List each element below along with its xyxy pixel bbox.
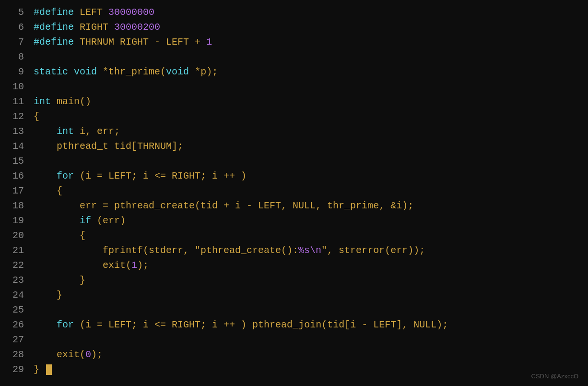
code-line-12: 12 { <box>0 109 588 124</box>
line-number: 5 <box>10 5 24 20</box>
line-number: 20 <box>10 228 24 243</box>
line-number: 7 <box>10 35 24 49</box>
code-content <box>34 302 39 317</box>
code-line-17: 17 { <box>0 183 588 198</box>
code-line-5: 5 #define LEFT 30000000 <box>0 5 588 20</box>
code-content: pthread_t tid[THRNUM]; <box>34 139 183 154</box>
code-line-6: 6 #define RIGHT 30000200 <box>0 20 588 35</box>
code-content: { <box>34 183 62 198</box>
code-content: { <box>34 109 39 124</box>
code-content <box>34 332 39 347</box>
code-content: #define LEFT 30000000 <box>34 5 154 20</box>
code-content: } <box>34 288 62 302</box>
code-content: static void *thr_prime(void *p); <box>34 64 218 79</box>
code-line-11: 11 int main() <box>0 94 588 109</box>
code-line-13: 13 int i, err; <box>0 124 588 139</box>
code-content: err = pthread_create(tid + i - LEFT, NUL… <box>34 198 413 213</box>
line-number: 13 <box>10 124 24 139</box>
code-content <box>34 79 39 94</box>
code-line-14: 14 pthread_t tid[THRNUM]; <box>0 139 588 154</box>
code-line-15: 15 <box>0 154 588 169</box>
code-content: } <box>34 273 85 288</box>
code-content: { <box>34 228 85 243</box>
line-number: 25 <box>10 302 24 317</box>
code-line-7: 7 #define THRNUM RIGHT - LEFT + 1 <box>0 35 588 49</box>
line-number: 10 <box>10 79 24 94</box>
code-line-10: 10 <box>0 79 588 94</box>
line-number: 8 <box>10 49 24 64</box>
line-number: 9 <box>10 64 24 79</box>
line-number: 15 <box>10 154 24 169</box>
code-line-23: 23 } <box>0 273 588 288</box>
code-line-28: 28 exit(0); <box>0 347 588 362</box>
code-line-27: 27 <box>0 332 588 347</box>
code-content: if (err) <box>34 213 126 228</box>
line-number: 6 <box>10 20 24 35</box>
code-content: } <box>34 362 52 377</box>
code-line-26: 26 for (i = LEFT; i <= RIGHT; i ++ ) pth… <box>0 317 588 332</box>
line-number: 12 <box>10 109 24 124</box>
line-number: 11 <box>10 94 24 109</box>
line-number: 23 <box>10 273 24 288</box>
code-line-9: 9 static void *thr_prime(void *p); <box>0 64 588 79</box>
code-line-20: 20 { <box>0 228 588 243</box>
line-number: 24 <box>10 288 24 302</box>
line-number: 29 <box>10 362 24 377</box>
code-content: int main() <box>34 94 91 109</box>
text-cursor <box>46 364 52 375</box>
code-content: int i, err; <box>34 124 120 139</box>
code-content <box>34 154 39 169</box>
code-line-8: 8 <box>0 49 588 64</box>
line-number: 16 <box>10 169 24 183</box>
code-content: #define RIGHT 30000200 <box>34 20 160 35</box>
code-container: 5 #define LEFT 30000000 6 #define RIGHT … <box>0 0 588 386</box>
code-line-21: 21 fprintf(stderr, "pthread_create():%s\… <box>0 243 588 258</box>
watermark: CSDN @AzxccO <box>531 372 578 381</box>
code-line-24: 24 } <box>0 288 588 302</box>
code-content: for (i = LEFT; i <= RIGHT; i ++ ) pthrea… <box>34 317 448 332</box>
line-number: 22 <box>10 258 24 273</box>
line-number: 17 <box>10 183 24 198</box>
code-line-19: 19 if (err) <box>0 213 588 228</box>
code-content: for (i = LEFT; i <= RIGHT; i ++ ) <box>34 169 247 183</box>
line-number: 18 <box>10 198 24 213</box>
code-content: exit(0); <box>34 347 103 362</box>
line-number: 19 <box>10 213 24 228</box>
code-line-25: 25 <box>0 302 588 317</box>
code-line-16: 16 for (i = LEFT; i <= RIGHT; i ++ ) <box>0 169 588 183</box>
code-content: #define THRNUM RIGHT - LEFT + 1 <box>34 35 212 49</box>
line-number: 26 <box>10 317 24 332</box>
code-content: fprintf(stderr, "pthread_create():%s\n",… <box>34 243 425 258</box>
line-number: 27 <box>10 332 24 347</box>
code-line-18: 18 err = pthread_create(tid + i - LEFT, … <box>0 198 588 213</box>
code-content <box>34 49 39 64</box>
code-line-29: 29 } <box>0 362 588 377</box>
line-number: 28 <box>10 347 24 362</box>
code-line-22: 22 exit(1); <box>0 258 588 273</box>
code-content: exit(1); <box>34 258 149 273</box>
line-number: 14 <box>10 139 24 154</box>
line-number: 21 <box>10 243 24 258</box>
